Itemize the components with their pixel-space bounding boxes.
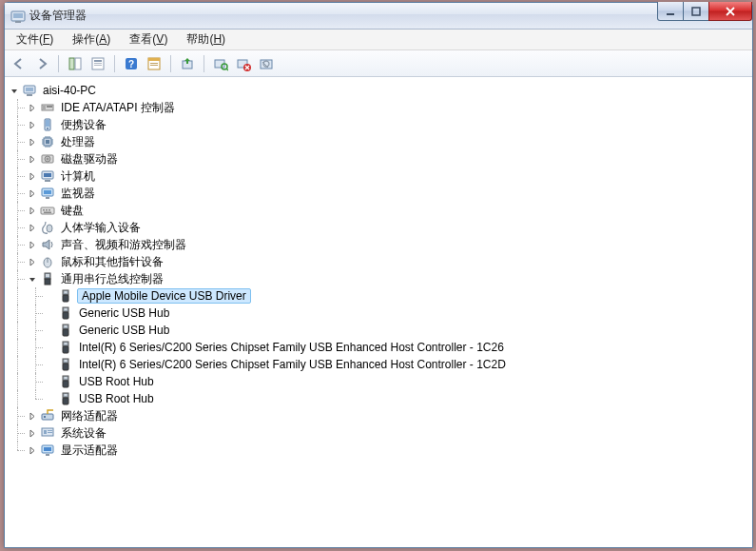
tree-category-ide[interactable]: IDE ATA/ATAPI 控制器 (9, 99, 752, 116)
toolbar-uninstall-button[interactable] (233, 53, 254, 74)
expand-icon[interactable] (27, 410, 38, 422)
svg-rect-42 (46, 197, 49, 199)
toolbar-properties-button[interactable] (87, 53, 108, 74)
tree-device-node[interactable]: USB Root Hub (9, 390, 752, 407)
svg-rect-73 (65, 394, 68, 396)
toolbar-view-details-button[interactable] (144, 53, 165, 74)
display-icon (40, 443, 55, 458)
tree-category-usb[interactable]: 通用串行总线控制器 (9, 270, 752, 287)
toolbar-showhide-tree-button[interactable] (65, 53, 86, 74)
tree-device-node[interactable]: Intel(R) 6 Series/C200 Series Chipset Fa… (9, 356, 752, 373)
toolbar-scan-hardware-button[interactable] (210, 53, 231, 74)
tree-node-label: 人体学输入设备 (59, 219, 143, 236)
menu-help[interactable]: 帮助(H) (179, 30, 233, 49)
tree-root-node[interactable]: aisi-40-PC (9, 82, 752, 99)
svg-rect-47 (44, 212, 51, 214)
ide-icon (40, 100, 55, 115)
tree-category-net[interactable]: 网络适配器 (9, 407, 752, 424)
expand-icon[interactable] (27, 170, 38, 182)
svg-point-48 (47, 225, 52, 232)
toolbar-separator (58, 55, 59, 72)
tree-node-label: USB Root Hub (77, 373, 156, 390)
toolbar-update-driver-button[interactable] (177, 53, 198, 74)
expand-icon[interactable] (27, 444, 38, 456)
svg-rect-58 (65, 308, 68, 310)
svg-rect-38 (44, 173, 51, 177)
svg-rect-83 (46, 454, 49, 456)
tree-device-node[interactable]: Apple Mobile Device USB Driver (9, 287, 752, 305)
portable-icon (40, 117, 55, 132)
svg-rect-24 (26, 88, 33, 91)
expand-icon[interactable] (27, 239, 38, 250)
hid-icon (40, 220, 55, 235)
toolbar-forward-button[interactable] (31, 53, 52, 74)
window-controls (658, 2, 752, 21)
svg-rect-74 (63, 398, 68, 404)
svg-rect-55 (65, 291, 68, 293)
tree-device-node[interactable]: Generic USB Hub (9, 305, 752, 322)
expand-icon[interactable] (27, 256, 38, 267)
expand-icon[interactable] (27, 205, 38, 216)
tree-device-node[interactable]: USB Root Hub (9, 373, 752, 390)
tree-node-label: USB Root Hub (77, 390, 156, 407)
tree-node-label: Intel(R) 6 Series/C200 Series Chipset Fa… (77, 356, 508, 373)
svg-rect-61 (65, 325, 68, 327)
tree-category-portable[interactable]: 便携设备 (9, 116, 752, 133)
menu-view[interactable]: 查看(V) (122, 30, 175, 49)
tree-category-cpu[interactable]: 处理器 (9, 133, 752, 150)
tree-category-monitor[interactable]: 监视器 (9, 185, 752, 202)
toolbar-disable-button[interactable] (256, 53, 277, 74)
expand-icon[interactable] (27, 187, 38, 199)
tree-node-label: aisi-40-PC (41, 82, 98, 99)
tree-pane[interactable]: aisi-40-PC IDE ATA/ATAPI 控制器 便携设备 处理器 磁盘… (5, 77, 752, 547)
window-title: 设备管理器 (29, 8, 87, 24)
expand-icon[interactable] (27, 222, 38, 233)
tree-category-disk[interactable]: 磁盘驱动器 (9, 150, 752, 167)
tree-device-node[interactable]: Generic USB Hub (9, 322, 752, 339)
expand-icon[interactable] (27, 153, 38, 165)
collapse-icon[interactable] (27, 273, 38, 285)
svg-point-36 (47, 158, 48, 160)
tree-category-computer[interactable]: 计算机 (9, 167, 752, 185)
expand-icon[interactable] (27, 136, 38, 148)
menu-file[interactable]: 文件(F) (9, 30, 61, 49)
tree-node-label: IDE ATA/ATAPI 控制器 (59, 99, 177, 116)
tree-category-system[interactable]: 系统设备 (9, 424, 752, 442)
usb-device-icon (58, 374, 73, 389)
svg-rect-64 (65, 343, 68, 344)
collapse-icon[interactable] (9, 85, 20, 96)
tree-node-label: 鼠标和其他指针设备 (59, 253, 165, 270)
tree-node-label: 显示适配器 (59, 442, 120, 459)
tree-device-node[interactable]: Intel(R) 6 Series/C200 Series Chipset Fa… (9, 339, 752, 356)
tree-category-hid[interactable]: 人体学输入设备 (9, 219, 752, 236)
expand-icon[interactable] (27, 119, 38, 130)
device-manager-window: 设备管理器 文件(F) 操作(A) 查看(V) 帮助(H) (4, 2, 753, 548)
usb-device-icon (58, 340, 73, 355)
menubar: 文件(F) 操作(A) 查看(V) 帮助(H) (5, 30, 752, 50)
device-tree: aisi-40-PC IDE ATA/ATAPI 控制器 便携设备 处理器 磁盘… (9, 82, 752, 459)
tree-category-mouse[interactable]: 鼠标和其他指针设备 (9, 253, 752, 270)
svg-rect-41 (44, 190, 51, 194)
minimize-button[interactable] (657, 2, 684, 21)
titlebar[interactable]: 设备管理器 (5, 3, 752, 30)
expand-icon[interactable] (27, 427, 38, 439)
svg-rect-9 (94, 63, 102, 64)
tree-category-keyboard[interactable]: 键盘 (9, 202, 752, 219)
tree-category-display[interactable]: 显示适配器 (9, 442, 752, 459)
svg-rect-79 (48, 430, 52, 431)
tree-node-label: 便携设备 (59, 116, 108, 133)
tree-category-sound[interactable]: 声音、视频和游戏控制器 (9, 236, 752, 253)
svg-rect-6 (75, 58, 81, 69)
toolbar-back-button[interactable] (9, 53, 29, 74)
disk-icon (40, 151, 55, 167)
cpu-icon (40, 134, 55, 149)
svg-rect-33 (46, 140, 49, 144)
toolbar-help-button[interactable]: ? (121, 53, 142, 74)
close-button[interactable] (708, 2, 752, 21)
maximize-button[interactable] (683, 2, 709, 21)
expand-icon[interactable] (27, 102, 38, 113)
svg-rect-65 (63, 346, 68, 353)
svg-rect-5 (69, 58, 74, 69)
menu-action[interactable]: 操作(A) (65, 30, 118, 49)
svg-rect-8 (94, 60, 102, 62)
